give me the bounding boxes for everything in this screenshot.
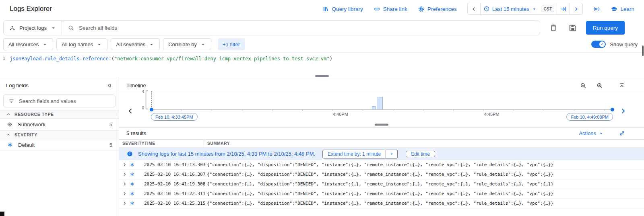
- share-link-button[interactable]: Share link: [374, 6, 407, 12]
- log-row[interactable]: 2025-02-10 16:41:16.307 {"connection":{……: [119, 170, 644, 179]
- log-names-label: All log names: [62, 41, 93, 47]
- range-start-handle[interactable]: [150, 108, 153, 111]
- chevron-left-icon: [471, 6, 477, 12]
- learn-icon: [611, 6, 617, 12]
- query-editor[interactable]: 1 jsonPayload.rule_details.reference:("n…: [0, 52, 644, 73]
- expand-row-icon[interactable]: [122, 171, 128, 177]
- log-row[interactable]: 2025-02-10 16:41:13.303 {"connection":{……: [119, 160, 644, 170]
- stream-logs-button[interactable]: [593, 6, 600, 12]
- query-value: "network:consumer-vpc/firewall:deny-icmp…: [114, 56, 330, 62]
- range-start-chip[interactable]: Feb 10, 4:33:45PM: [151, 113, 198, 121]
- skip-to-end-icon: [560, 6, 567, 12]
- chevron-up-icon: [6, 112, 11, 117]
- time-next-button[interactable]: [570, 3, 582, 14]
- extend-time-button[interactable]: Extend time by: 1 minute: [322, 150, 386, 158]
- row-severity-cell: [119, 181, 141, 187]
- timeline-pan-right-icon[interactable]: [618, 106, 628, 116]
- time-range-label: Last 15 minutes: [492, 6, 529, 12]
- extra-filter-chip[interactable]: +1 filter: [218, 38, 245, 50]
- drag-handle[interactable]: [315, 75, 329, 77]
- jump-to-now-button[interactable]: [557, 3, 570, 14]
- severity-section-header[interactable]: SEVERITY: [0, 130, 119, 139]
- time-range-control: Last 15 minutes CST: [467, 3, 583, 15]
- chevron-down-icon: [149, 41, 155, 47]
- log-rows: 2025-02-10 16:41:13.303 {"connection":{……: [119, 160, 644, 216]
- learn-button[interactable]: Learn: [611, 6, 634, 12]
- chevron-down-icon: [200, 41, 206, 47]
- expand-row-icon[interactable]: [122, 181, 128, 187]
- log-row[interactable]: 2025-02-10 16:41:19.308 {"connection":{……: [119, 179, 644, 189]
- log-row[interactable]: 2025-02-10 16:41:22.311 {"connection":{……: [119, 189, 644, 199]
- zoom-in-icon[interactable]: [596, 82, 603, 89]
- top-bar: Logs Explorer Query library Share link P…: [0, 0, 644, 18]
- edit-time-button[interactable]: Edit time: [406, 151, 435, 157]
- results-header: 5 results Actions: [119, 128, 644, 140]
- right-pane: Timeline 4 0: [119, 79, 644, 216]
- range-end-chip[interactable]: Feb 10, 4:49:00PM: [566, 113, 613, 121]
- extend-time-caret-button[interactable]: [386, 150, 398, 158]
- time-prev-button[interactable]: [468, 3, 480, 14]
- filter-icon: [8, 98, 15, 105]
- log-timestamp: 2025-02-10 16:41:19.308: [141, 181, 204, 187]
- correlate-by-label: Correlate by: [168, 41, 197, 47]
- y-max-label: 4: [142, 89, 144, 94]
- column-header-time: TIME: [141, 140, 204, 147]
- stream-logs-icon: [593, 6, 600, 12]
- resource-type-section-header[interactable]: RESOURCE TYPE: [0, 110, 119, 119]
- range-start-line: [151, 91, 152, 109]
- show-query-control: ✓ Show query: [591, 41, 638, 48]
- log-fields-header: Log fields: [0, 79, 119, 92]
- timeline-toolbar: [580, 82, 637, 89]
- timeline-pan-left-icon[interactable]: [126, 106, 135, 116]
- log-summary: {"connection":{…}, "disposition":"DENIED…: [204, 201, 644, 206]
- chevron-up-icon: [6, 132, 11, 137]
- actions-dropdown[interactable]: Actions: [579, 130, 604, 136]
- timeline-bar: [377, 97, 383, 109]
- time-axis-line: [151, 109, 613, 110]
- fields-search-input[interactable]: [19, 98, 111, 104]
- scrollbar-thumb[interactable]: [642, 45, 644, 56]
- chevron-down-icon: [42, 41, 48, 47]
- severity-default-icon: [130, 201, 134, 206]
- resources-dropdown[interactable]: All resources: [3, 38, 53, 50]
- log-row[interactable]: 2025-02-10 16:41:25.315 {"connection":{……: [119, 199, 644, 208]
- timeline-bar: [372, 106, 376, 109]
- log-scope-button[interactable]: Project logs: [4, 21, 62, 35]
- query-search-box: Project logs: [3, 20, 540, 35]
- zoom-out-icon[interactable]: [580, 82, 587, 89]
- chevron-down-icon: [598, 130, 604, 136]
- query-library-icon: [322, 6, 329, 12]
- expand-row-icon[interactable]: [122, 200, 128, 206]
- drag-handle[interactable]: [375, 123, 388, 125]
- collapse-panel-icon[interactable]: [106, 82, 113, 89]
- correlate-by-dropdown[interactable]: Correlate by: [163, 38, 211, 50]
- range-end-handle[interactable]: [611, 108, 614, 111]
- collapse-timeline-icon[interactable]: [618, 82, 625, 89]
- run-query-button[interactable]: Run query: [586, 21, 625, 35]
- log-timestamp: 2025-02-10 16:41:22.311: [141, 191, 204, 196]
- time-range-dropdown[interactable]: Last 15 minutes: [481, 3, 541, 14]
- field-item-default-severity[interactable]: Default 5: [0, 139, 119, 151]
- timeline-plot[interactable]: 4 0 Feb 10, 4:33:45PM Feb 10, 4:49:00PM …: [151, 94, 613, 109]
- preferences-button[interactable]: Preferences: [418, 6, 457, 12]
- field-item-label: Default: [18, 142, 35, 148]
- learn-label: Learn: [620, 6, 634, 12]
- clear-query-icon[interactable]: [549, 23, 558, 32]
- y-min-label: 0: [142, 106, 144, 110]
- clock-icon: [483, 6, 490, 12]
- expand-results-icon[interactable]: [619, 130, 625, 137]
- resource-type-section-label: RESOURCE TYPE: [14, 112, 54, 117]
- subnetwork-icon: [6, 121, 13, 128]
- query-library-button[interactable]: Query library: [322, 6, 363, 12]
- expand-row-icon[interactable]: [122, 162, 128, 168]
- save-query-icon[interactable]: [568, 23, 577, 32]
- expand-row-icon[interactable]: [122, 191, 128, 197]
- show-query-toggle[interactable]: ✓: [591, 41, 606, 48]
- editor-splitter: [0, 73, 644, 79]
- chevron-down-icon: [389, 151, 394, 157]
- logs-explorer-app: Logs Explorer Query library Share link P…: [0, 0, 644, 216]
- severities-dropdown[interactable]: All severities: [111, 38, 160, 50]
- search-input[interactable]: [79, 25, 534, 31]
- field-item-subnetwork[interactable]: Subnetwork 5: [0, 119, 119, 130]
- log-names-dropdown[interactable]: All log names: [56, 38, 107, 50]
